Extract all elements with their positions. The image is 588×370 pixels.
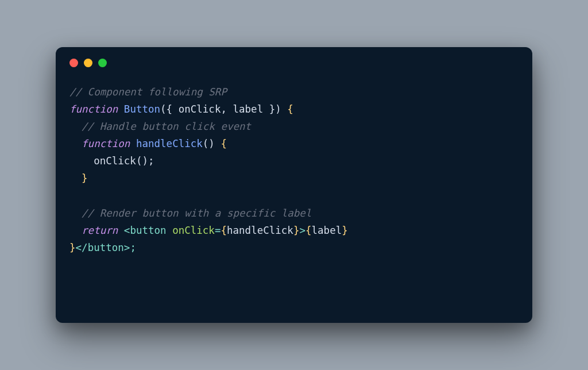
code-punc: <	[124, 225, 130, 236]
code-brace: }	[69, 172, 88, 184]
code-paren: ()	[203, 138, 215, 149]
code-paren: ({	[160, 103, 179, 115]
code-brace: }	[69, 242, 76, 253]
code-tag: button	[130, 225, 166, 236]
window-titlebar	[69, 59, 519, 83]
code-keyword: function	[82, 138, 130, 149]
code-brace: {	[220, 225, 227, 236]
code-block: // Component following SRP function Butt…	[69, 83, 519, 256]
code-text: onClick();	[69, 155, 154, 167]
code-comment: // Component following SRP	[69, 86, 227, 98]
code-text	[69, 225, 82, 236]
code-expr: handleClick	[227, 225, 293, 236]
code-window: // Component following SRP function Butt…	[56, 47, 532, 323]
minimize-icon[interactable]	[84, 59, 92, 67]
code-punc: =	[215, 225, 221, 236]
code-punc: >	[299, 225, 305, 236]
code-brace: {	[215, 138, 227, 149]
code-comment: // Handle button click event	[69, 121, 251, 132]
code-brace: }	[293, 225, 300, 236]
code-tag: button	[88, 242, 124, 253]
code-function-name: Button	[124, 103, 160, 115]
code-keyword: return	[82, 225, 118, 236]
code-punc: </	[76, 242, 88, 253]
code-function-name: handleClick	[130, 138, 202, 149]
code-keyword: function	[69, 103, 118, 115]
maximize-icon[interactable]	[98, 59, 107, 67]
code-text	[118, 225, 124, 236]
code-text	[69, 138, 82, 149]
code-text: ,	[220, 103, 233, 115]
code-param: label	[233, 103, 264, 115]
code-param: onClick	[179, 103, 221, 115]
code-punc: >;	[124, 242, 136, 253]
close-icon[interactable]	[69, 59, 78, 67]
code-paren: })	[263, 103, 281, 115]
code-attr: onClick	[167, 225, 215, 236]
code-brace: }	[342, 225, 348, 236]
code-comment: // Render button with a specific label	[69, 207, 311, 219]
code-brace: {	[305, 225, 312, 236]
code-expr: label	[312, 225, 342, 236]
code-brace: {	[281, 103, 293, 115]
code-text	[118, 103, 124, 115]
